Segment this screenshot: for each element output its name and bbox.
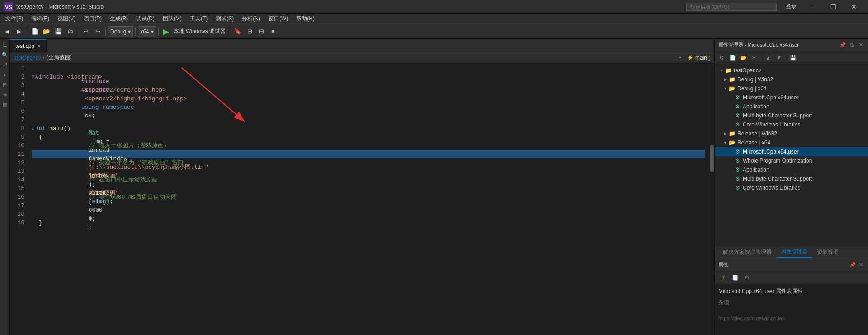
tab-close-icon[interactable]: ✕ bbox=[37, 43, 41, 48]
tree-view: ▼ 📁 testOpencv ▶ 📁 Debug | Win32 ▼ 📂 Deb… bbox=[715, 64, 868, 246]
menu-edit[interactable]: 编辑(E) bbox=[28, 14, 53, 24]
title-bar: VS testOpencv - Microsoft Visual Studio … bbox=[0, 0, 868, 14]
panel-pin-button[interactable]: 📌 bbox=[839, 42, 846, 49]
debug-x64-icon: 📂 bbox=[728, 85, 736, 92]
code-content[interactable]: ⊟ #include <iostream> #include <opencv2/… bbox=[28, 63, 709, 335]
panel-tool-remove[interactable]: ✂ bbox=[749, 53, 759, 63]
menu-debug[interactable]: 调试(D) bbox=[132, 14, 158, 24]
panel-tool-add-existing[interactable]: 📂 bbox=[738, 53, 748, 63]
back-button[interactable]: ◀ bbox=[2, 26, 13, 37]
props-category-btn[interactable]: 📑 bbox=[730, 273, 740, 283]
tree-debug-x64-app[interactable]: ⚙ Application bbox=[715, 102, 868, 111]
props-subtitle: Microsoft.Cpp.x64.user 属性表属性 bbox=[718, 288, 864, 295]
menu-window[interactable]: 窗口(W) bbox=[265, 14, 292, 24]
tree-release-x64-wpo[interactable]: ⚙ Whole Program Optimization bbox=[715, 156, 868, 165]
menu-build[interactable]: 生成(B) bbox=[106, 14, 132, 24]
props-pin-button[interactable]: 📌 bbox=[849, 261, 856, 269]
breadcrumb-fn[interactable]: main() bbox=[695, 55, 711, 61]
save-button[interactable]: 💾 bbox=[53, 26, 64, 37]
menu-project[interactable]: 项目(P) bbox=[80, 14, 105, 24]
debug-win32-chevron: ▶ bbox=[722, 76, 728, 83]
props-close-button[interactable]: ✕ bbox=[857, 261, 864, 269]
toolbar-extra-2[interactable]: ⊟ bbox=[256, 26, 267, 37]
menu-analyze[interactable]: 分析(N) bbox=[238, 14, 264, 24]
panel-close-button[interactable]: ✕ bbox=[857, 42, 864, 49]
menu-view[interactable]: 视图(V) bbox=[54, 14, 79, 24]
panel-float-button[interactable]: ⧉ bbox=[848, 42, 855, 49]
panel-tool-properties[interactable]: ⚙ bbox=[717, 53, 726, 63]
editor-scrollbar[interactable] bbox=[709, 63, 714, 335]
minimize-button[interactable]: ─ bbox=[802, 0, 823, 14]
bottom-tabs: 解决方案资源管理器 属性管理器 资源视图 bbox=[715, 246, 868, 258]
forward-button[interactable]: ▶ bbox=[14, 26, 24, 37]
platform-dropdown[interactable]: x64 ▾ bbox=[138, 26, 156, 37]
activity-bookmark[interactable]: ◈ bbox=[1, 90, 9, 98]
editor-container: test.cpp ✕ testOpencv › (全局范围) • ⚡ main(… bbox=[10, 39, 714, 335]
menu-file[interactable]: 文件(F) bbox=[2, 14, 27, 24]
tree-debug-win32[interactable]: ▶ 📁 Debug | Win32 bbox=[715, 75, 868, 84]
breadcrumb-sep-2: • bbox=[679, 55, 681, 61]
tab-label: test.cpp bbox=[15, 43, 34, 49]
debug-x64-user-chevron bbox=[727, 94, 734, 101]
new-file-button[interactable]: 📄 bbox=[29, 26, 40, 37]
activity-git[interactable]: ⎇ bbox=[1, 60, 9, 69]
run-button[interactable]: ▶ bbox=[161, 27, 171, 37]
tree-root[interactable]: ▼ 📁 testOpencv bbox=[715, 66, 868, 75]
toolbar-extra-1[interactable]: ⊞ bbox=[244, 26, 255, 37]
tab-test-cpp[interactable]: test.cpp ✕ bbox=[10, 39, 47, 52]
tree-release-x64-cwl[interactable]: ⚙ Core Windows Libraries bbox=[715, 183, 868, 192]
panel-tool-save[interactable]: 💾 bbox=[788, 53, 798, 63]
tree-debug-x64-mbcs[interactable]: ⚙ Multi-byte Character Support bbox=[715, 111, 868, 120]
tree-release-x64-mbcs[interactable]: ⚙ Multi-byte Character Support bbox=[715, 174, 868, 183]
toolbar-extra-3[interactable]: ≡ bbox=[268, 26, 278, 37]
undo-button[interactable]: ↩ bbox=[80, 26, 91, 37]
activity-debug[interactable]: ⬥ bbox=[1, 70, 9, 79]
save-all-button[interactable]: 🗂 bbox=[65, 26, 75, 37]
code-line-6: using namespace cv; bbox=[32, 107, 705, 116]
debug-x64-user-label: Microsoft.Cpp.x64.user bbox=[743, 94, 868, 101]
btab-property-manager[interactable]: 属性管理器 bbox=[776, 247, 812, 258]
tree-release-x64[interactable]: ▼ 📂 Release | x64 bbox=[715, 138, 868, 147]
tree-debug-x64[interactable]: ▼ 📂 Debug | x64 bbox=[715, 84, 868, 93]
tree-release-x64-app[interactable]: ⚙ Application bbox=[715, 165, 868, 174]
btab-solution-explorer[interactable]: 解决方案资源管理器 bbox=[718, 247, 776, 258]
btab-resource-view[interactable]: 资源视图 bbox=[812, 247, 843, 258]
restore-button[interactable]: ❐ bbox=[823, 0, 844, 14]
redo-button[interactable]: ↪ bbox=[92, 26, 103, 37]
menu-test[interactable]: 测试(S) bbox=[212, 14, 237, 24]
code-editor[interactable]: 12345 678910 1112131415 16171819 ⊟ #incl… bbox=[10, 63, 714, 335]
quick-launch-input[interactable] bbox=[686, 3, 777, 11]
toolbar-sep-5 bbox=[158, 27, 159, 36]
activity-search[interactable]: 🔍 bbox=[1, 51, 9, 59]
collapse-icon-2[interactable]: ⊟ bbox=[32, 73, 34, 81]
panel-tool-up[interactable]: ▲ bbox=[763, 53, 773, 63]
tab-bar: test.cpp ✕ bbox=[10, 39, 714, 52]
panel-tool-new-sheet[interactable]: 📄 bbox=[727, 53, 737, 63]
props-gear-btn[interactable]: ⚙ bbox=[742, 273, 752, 283]
menu-bar: 文件(F) 编辑(E) 视图(V) 项目(P) 生成(B) 调试(D) 团队(M… bbox=[0, 14, 868, 24]
menu-team[interactable]: 团队(M) bbox=[159, 14, 185, 24]
debug-x64-app-label: Application bbox=[743, 103, 868, 110]
config-dropdown[interactable]: Debug ▾ bbox=[108, 26, 133, 37]
activity-extensions[interactable]: ⊞ bbox=[1, 80, 9, 88]
activity-extra[interactable]: ▦ bbox=[1, 100, 9, 108]
breadcrumb-scope[interactable]: (全局范围) bbox=[47, 54, 72, 61]
props-grid-btn[interactable]: ⊞ bbox=[718, 273, 728, 283]
menu-help[interactable]: 帮助(H) bbox=[292, 14, 318, 24]
breadcrumb-file[interactable]: testOpencv bbox=[14, 55, 41, 61]
tree-debug-x64-user[interactable]: ⚙ Microsoft.Cpp.x64.user bbox=[715, 93, 868, 102]
close-button[interactable]: ✕ bbox=[844, 0, 864, 14]
bookmark-button[interactable]: 🔖 bbox=[232, 26, 243, 37]
tree-debug-x64-cwl[interactable]: ⚙ Core Windows Libraries bbox=[715, 120, 868, 129]
release-x64-mbcs-icon: ⚙ bbox=[734, 175, 741, 182]
login-link[interactable]: 登录 bbox=[786, 3, 797, 10]
tree-release-x64-user[interactable]: ⚙ Microsoft.Cpp.x64.user bbox=[715, 147, 868, 156]
activity-explorer[interactable]: ☰ bbox=[1, 41, 9, 49]
open-button[interactable]: 📂 bbox=[41, 26, 52, 37]
menu-tools[interactable]: 工具(T) bbox=[186, 14, 211, 24]
release-x64-wpo-label: Whole Program Optimization bbox=[743, 158, 868, 164]
panel-tool-down[interactable]: ▼ bbox=[774, 53, 784, 63]
tree-release-win32[interactable]: ▶ 📁 Release | Win32 bbox=[715, 129, 868, 138]
config-label: Debug bbox=[110, 28, 126, 35]
collapse-icon-8[interactable]: ⊟ bbox=[32, 124, 34, 133]
